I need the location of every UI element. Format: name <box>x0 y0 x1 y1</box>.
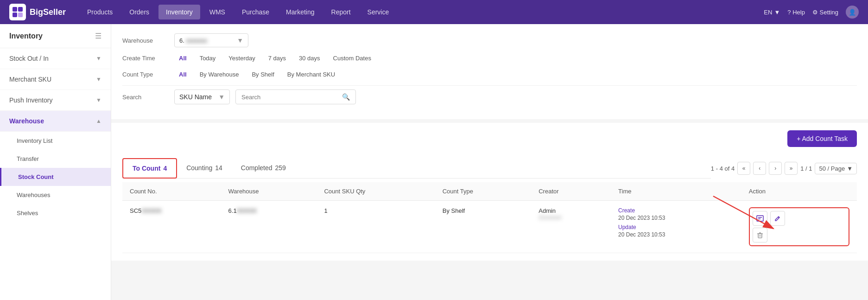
view-icon <box>756 215 764 222</box>
trash-icon <box>756 231 764 239</box>
col-creator: Creator <box>531 182 611 201</box>
time-create-block: Create 20 Dec 2023 10:53 <box>618 207 734 221</box>
create-time-filter-row: Create Time All Today Yesterday 7 days 3… <box>122 53 857 64</box>
delete-button[interactable] <box>753 228 767 243</box>
tab-to-count[interactable]: To Count 4 <box>122 158 177 179</box>
create-time-30days[interactable]: 30 days <box>294 53 325 64</box>
tab-bar: To Count 4 Counting 14 Completed 259 <box>122 158 711 179</box>
sidebar-sub-transfer[interactable]: Transfer <box>0 150 111 168</box>
page-next-button[interactable]: › <box>769 162 782 175</box>
svg-rect-4 <box>757 216 763 221</box>
chevron-down-icon: ▼ <box>96 76 101 83</box>
sidebar-sub-warehouses[interactable]: Warehouses <box>0 186 111 204</box>
language-selector[interactable]: EN ▼ <box>764 9 780 16</box>
sidebar-item-warehouse[interactable]: Warehouse ▲ <box>0 111 111 132</box>
create-time-all[interactable]: All <box>174 53 191 64</box>
col-count-sku-qty: Count SKU Qty <box>317 182 435 201</box>
chevron-down-icon: ▼ <box>218 93 225 101</box>
sidebar-sub-stock-count[interactable]: Stock Count <box>0 168 111 186</box>
search-type-select[interactable]: SKU Name ▼ <box>174 89 230 104</box>
page-fraction: 1 / 1 <box>800 165 812 172</box>
count-type-shelf[interactable]: By Shelf <box>247 69 279 80</box>
chevron-down-icon: ▼ <box>847 165 853 172</box>
settings-link[interactable]: ⚙ Setting <box>812 9 838 16</box>
sidebar-title: Inventory <box>9 32 43 40</box>
cell-warehouse: 6.1XXXXX <box>221 201 317 253</box>
sidebar-item-merchant-sku[interactable]: Merchant SKU ▼ <box>0 69 111 90</box>
count-type-label: Count Type <box>122 71 169 78</box>
nav-wms[interactable]: WMS <box>202 5 233 19</box>
col-time: Time <box>611 182 741 201</box>
cell-time: Create 20 Dec 2023 10:53 Update 20 Dec 2… <box>611 201 741 253</box>
sidebar-collapse-icon[interactable]: ☰ <box>95 32 101 40</box>
add-count-task-button[interactable]: + Add Count Task <box>787 130 857 147</box>
sidebar-item-push-inventory[interactable]: Push Inventory ▼ <box>0 90 111 111</box>
nav-products[interactable]: Products <box>80 5 120 19</box>
edit-button[interactable] <box>770 211 785 226</box>
view-button[interactable] <box>753 211 767 226</box>
nav-inventory[interactable]: Inventory <box>158 5 200 19</box>
warehouse-value: 6. xxxxxxx <box>179 37 207 44</box>
cell-count-no: SC5XXXXX <box>122 201 221 253</box>
col-count-type: Count Type <box>435 182 532 201</box>
right-controls: EN ▼ ? Help ⚙ Setting 👤 <box>764 6 859 19</box>
creator-name: Admin <box>539 207 603 214</box>
tab-completed[interactable]: Completed 259 <box>232 159 295 178</box>
time-update-block: Update 20 Dec 2023 10:53 <box>618 224 734 238</box>
chevron-down-icon: ▼ <box>237 37 243 44</box>
count-type-merchant-sku[interactable]: By Merchant SKU <box>283 69 340 80</box>
logo[interactable]: BigSeller <box>9 4 66 20</box>
tab-counting[interactable]: Counting 14 <box>177 159 232 178</box>
tab-pagination-row: To Count 4 Counting 14 Completed 259 1 -… <box>122 154 857 182</box>
nav-report[interactable]: Report <box>324 5 358 19</box>
create-time-yesterday[interactable]: Yesterday <box>224 53 260 64</box>
nav-items: Products Orders Inventory WMS Purchase M… <box>80 5 764 19</box>
sidebar-item-stock-out-in[interactable]: Stock Out / In ▼ <box>0 48 111 69</box>
create-time-options: All Today Yesterday 7 days 30 days Custo… <box>174 53 376 64</box>
layout: Inventory ☰ Stock Out / In ▼ Merchant SK… <box>0 24 868 300</box>
count-type-warehouse[interactable]: By Warehouse <box>195 69 244 80</box>
svg-rect-0 <box>13 7 17 12</box>
chevron-down-icon: ▼ <box>96 55 101 62</box>
content-area: + Add Count Task To Count 4 Counting 14 … <box>111 123 868 261</box>
svg-rect-2 <box>13 13 17 17</box>
nav-service[interactable]: Service <box>360 5 397 19</box>
help-link[interactable]: ? Help <box>787 9 805 16</box>
chevron-down-icon: ▼ <box>96 97 101 103</box>
page-last-button[interactable]: » <box>785 162 798 175</box>
page-first-button[interactable]: « <box>737 162 750 175</box>
col-count-no: Count No. <box>122 182 221 201</box>
col-action: Action <box>741 182 857 201</box>
edit-icon <box>774 215 781 222</box>
col-warehouse: Warehouse <box>221 182 317 201</box>
table-header: Count No. Warehouse Count SKU Qty Count … <box>122 182 857 201</box>
sidebar-sub-inventory-list[interactable]: Inventory List <box>0 132 111 150</box>
table-body: SC5XXXXX 6.1XXXXX 1 By Shelf Admin 2xxxx… <box>122 201 857 253</box>
nav-orders[interactable]: Orders <box>122 5 157 19</box>
search-input[interactable] <box>241 94 342 101</box>
chevron-up-icon: ▲ <box>96 118 101 124</box>
count-type-all[interactable]: All <box>174 69 191 80</box>
pagination-bar: 1 - 4 of 4 « ‹ › » 1 / 1 50 / Page ▼ <box>711 162 857 175</box>
create-time-today[interactable]: Today <box>195 53 221 64</box>
table-container: Count No. Warehouse Count SKU Qty Count … <box>122 182 857 253</box>
count-type-filter-row: Count Type All By Warehouse By Shelf By … <box>122 69 857 80</box>
top-navigation: BigSeller Products Orders Inventory WMS … <box>0 0 868 24</box>
warehouse-label: Warehouse <box>122 37 169 44</box>
logo-text: BigSeller <box>30 7 66 17</box>
create-time-custom[interactable]: Custom Dates <box>329 53 376 64</box>
search-row: Search SKU Name ▼ 🔍 <box>122 89 857 104</box>
cell-count-sku-qty: 1 <box>317 201 435 253</box>
svg-rect-7 <box>758 234 762 238</box>
page-prev-button[interactable]: ‹ <box>753 162 766 175</box>
warehouse-select[interactable]: 6. xxxxxxx ▼ <box>174 33 248 47</box>
nav-purchase[interactable]: Purchase <box>234 5 277 19</box>
create-time-7days[interactable]: 7 days <box>264 53 291 64</box>
svg-rect-1 <box>18 7 23 12</box>
page-size-select[interactable]: 50 / Page ▼ <box>815 163 857 174</box>
nav-marketing[interactable]: Marketing <box>279 5 322 19</box>
main-content: Warehouse 6. xxxxxxx ▼ Create Time All T… <box>111 24 868 300</box>
sidebar-sub-shelves[interactable]: Shelves <box>0 204 111 222</box>
user-avatar[interactable]: 👤 <box>846 6 859 19</box>
search-type-value: SKU Name <box>179 93 212 101</box>
